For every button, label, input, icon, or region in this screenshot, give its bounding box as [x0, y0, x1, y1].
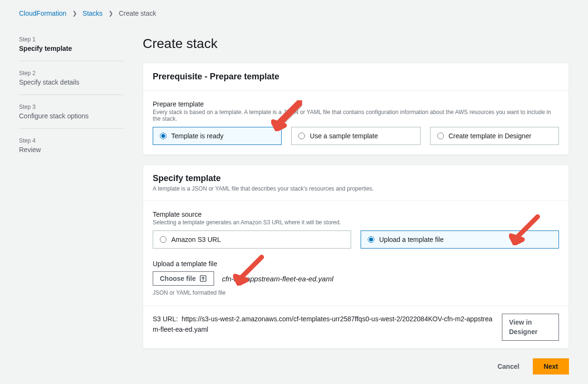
panel-title: Specify template [153, 173, 559, 183]
radio-upload-template[interactable]: Upload a template file [361, 230, 559, 249]
panel-title: Prerequisite - Prepare template [153, 72, 559, 82]
choose-file-label: Choose file [160, 275, 196, 282]
radio-label: Upload a template file [379, 236, 443, 243]
specify-template-panel: Specify template A template is a JSON or… [143, 164, 569, 349]
wizard-step-2[interactable]: Step 2 Specify stack details [19, 70, 124, 95]
radio-template-ready[interactable]: Template is ready [153, 127, 282, 145]
breadcrumb-cloudformation[interactable]: CloudFormation [19, 10, 67, 17]
chevron-right-icon: ❯ [72, 10, 77, 17]
radio-label: Use a sample template [310, 132, 378, 140]
radio-icon [160, 133, 167, 139]
breadcrumb: CloudFormation ❯ Stacks ❯ Create stack [19, 10, 569, 17]
step-name: Specify template [19, 45, 124, 52]
radio-sample-template[interactable]: Use a sample template [291, 127, 420, 145]
step-number: Step 2 [19, 70, 124, 77]
radio-icon [298, 133, 305, 139]
prepare-template-desc: Every stack is based on a template. A te… [153, 109, 559, 122]
panel-desc: A template is a JSON or YAML file that d… [153, 185, 559, 192]
template-source-desc: Selecting a template generates an Amazon… [153, 219, 559, 226]
s3-url-value: https://s3-us-west-2.amazonaws.com/cf-te… [153, 315, 492, 333]
radio-amazon-s3-url[interactable]: Amazon S3 URL [153, 230, 351, 249]
step-number: Step 4 [19, 137, 124, 144]
step-number: Step 3 [19, 104, 124, 110]
next-button[interactable]: Next [533, 358, 569, 374]
radio-icon [160, 236, 167, 243]
uploaded-file-name: cfn-m2-appstream-fleet-ea-ed.yaml [222, 275, 333, 283]
chevron-right-icon: ❯ [108, 10, 113, 17]
radio-icon [437, 133, 444, 139]
step-number: Step 1 [19, 36, 124, 43]
breadcrumb-current: Create stack [119, 10, 157, 17]
wizard-actions: Cancel Next [143, 358, 569, 374]
wizard-step-3[interactable]: Step 3 Configure stack options [19, 104, 124, 129]
cancel-button[interactable]: Cancel [492, 358, 525, 374]
radio-label: Amazon S3 URL [171, 236, 221, 243]
upload-icon [199, 275, 207, 282]
wizard-step-4[interactable]: Step 4 Review [19, 137, 124, 162]
main-content: Create stack Prerequisite - Prepare temp… [143, 36, 569, 374]
file-format-hint: JSON or YAML formatted file [153, 289, 559, 296]
page-title: Create stack [143, 36, 569, 51]
choose-file-button[interactable]: Choose file [153, 271, 214, 286]
s3-url-text: S3 URL: https://s3-us-west-2.amazonaws.c… [153, 314, 494, 335]
view-in-designer-button[interactable]: View in Designer [502, 314, 559, 341]
radio-create-designer[interactable]: Create template in Designer [430, 127, 559, 145]
breadcrumb-stacks[interactable]: Stacks [83, 10, 103, 17]
prerequisite-panel: Prerequisite - Prepare template Prepare … [143, 63, 569, 155]
prepare-template-label: Prepare template [153, 100, 559, 108]
template-source-label: Template source [153, 211, 559, 218]
s3-url-label: S3 URL: [153, 315, 178, 323]
upload-template-label: Upload a template file [153, 260, 559, 268]
radio-icon [368, 236, 374, 243]
step-name: Specify stack details [19, 78, 124, 86]
step-name: Review [19, 146, 124, 154]
wizard-sidebar: Step 1 Specify template Step 2 Specify s… [19, 36, 124, 374]
radio-label: Template is ready [171, 132, 224, 140]
radio-label: Create template in Designer [449, 132, 531, 140]
step-name: Configure stack options [19, 112, 124, 120]
wizard-step-1[interactable]: Step 1 Specify template [19, 36, 124, 61]
